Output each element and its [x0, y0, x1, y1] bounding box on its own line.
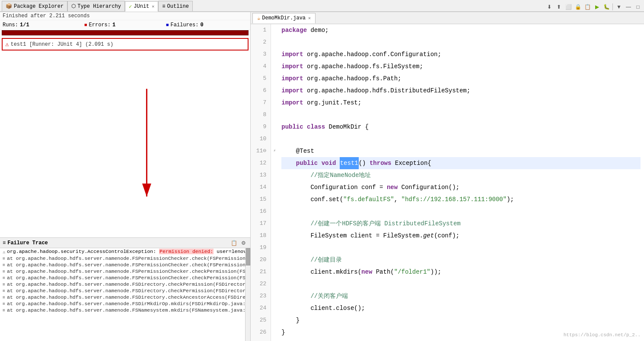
- maximize-button[interactable]: □: [634, 3, 642, 11]
- tab-outline[interactable]: ≡ Outline: [158, 1, 193, 11]
- gutter: ⚡: [271, 24, 278, 341]
- failure-line-1: ≡ at org.apache.hadoop.hdfs.server.namen…: [0, 255, 250, 262]
- line-num-1: ●1: [253, 24, 268, 36]
- tab-junit[interactable]: ✓ JUnit ✕: [125, 1, 158, 12]
- tab-package-explorer[interactable]: 📦 Package Explorer: [2, 1, 67, 11]
- gutter-24: [271, 302, 278, 314]
- line-num-17: ●17: [253, 218, 268, 230]
- gutter-18: [271, 230, 278, 242]
- code-line-5: import org.apache.hadoop.fs.Path;: [281, 73, 641, 85]
- failure-line-4: ≡ at org.apache.hadoop.hdfs.server.namen…: [0, 275, 250, 281]
- lock-button[interactable]: 🔒: [574, 3, 582, 11]
- failure-panel: ≡ Failure Trace 📋 ⚙ ⚠ org.apache.hadoop.…: [0, 237, 250, 341]
- line-num-19: ●19: [253, 242, 268, 254]
- copy-trace-button[interactable]: 📋: [230, 239, 238, 247]
- line-num-26: ●26: [253, 326, 268, 338]
- gutter-8: [271, 109, 278, 121]
- junit-icon: ✓: [129, 3, 132, 10]
- line-num-6: ●6: [253, 85, 268, 97]
- failure-line-0: ⚠ org.apache.hadoop.security.AccessContr…: [0, 248, 250, 255]
- scrollbar-track[interactable]: [245, 248, 250, 341]
- failure-line-9: ≡ at org.apache.hadoop.hdfs.server.namen…: [0, 307, 250, 313]
- line-num-21: ●21: [253, 266, 268, 278]
- line-num-23: ●23: [253, 290, 268, 302]
- failure-header-right: 📋 ⚙: [230, 239, 248, 247]
- gutter-16: [271, 205, 278, 218]
- code-line-13: //指定NameNode地址: [281, 169, 641, 181]
- line-num-2: ●2: [253, 36, 268, 48]
- line-num-20: ●20: [253, 254, 268, 266]
- tab-close-junit[interactable]: ✕: [152, 4, 154, 9]
- package-explorer-icon: 📦: [6, 3, 12, 9]
- line-num-27: ●27: [253, 338, 268, 341]
- main-tab-bar: 📦 Package Explorer ⬡ Type Hierarchy ✓ JU…: [0, 0, 644, 12]
- junit-status: Finished after 2.211 seconds: [0, 12, 250, 20]
- gutter-10: [271, 133, 278, 145]
- line-num-8: ●8: [253, 109, 268, 121]
- rerun-button[interactable]: ⬇: [545, 3, 554, 11]
- gutter-17: [271, 218, 278, 230]
- code-line-10: [281, 133, 641, 145]
- java-file-icon: ☕: [257, 15, 260, 22]
- minimize-button[interactable]: —: [624, 3, 633, 11]
- code-line-15: conf.set("fs.defaultFS", "hdfs://192.168…: [281, 193, 641, 205]
- code-line-24: client.close();: [281, 302, 641, 314]
- failure-line-icon-8: ≡: [3, 302, 5, 306]
- gutter-12: [271, 157, 278, 169]
- debug-button[interactable]: 🐛: [602, 3, 611, 11]
- line-num-10: ●10: [253, 133, 268, 145]
- stats-row: Runs: 1/1 ■ Errors: 1 ■ Failures: 0: [0, 20, 250, 30]
- failure-trace-icon: ≡: [3, 240, 6, 246]
- code-line-25: }: [281, 314, 641, 326]
- editor-tab-demomkdir[interactable]: ☕ DemoMkDir.java ✕: [252, 13, 316, 23]
- failure-line-icon-9: ≡: [3, 308, 5, 313]
- line-num-24: ●24: [253, 302, 268, 314]
- stop-button[interactable]: ⬜: [564, 3, 573, 11]
- test-item[interactable]: ⚠ test1 [Runner: JUnit 4] (2.091 s): [3, 40, 247, 49]
- code-line-11: @Test: [281, 145, 641, 157]
- line-num-18: ●18: [253, 230, 268, 242]
- test-list: ⚠ test1 [Runner: JUnit 4] (2.091 s): [2, 38, 249, 51]
- error-icon: ■: [84, 22, 87, 28]
- failure-line-icon-6: ≡: [3, 289, 5, 294]
- line-num-9: ●9: [253, 121, 268, 133]
- run-button[interactable]: ▶: [593, 3, 601, 11]
- code-line-21: client.mkdirs(new Path("/folder1"));: [281, 266, 641, 278]
- gutter-9: [271, 121, 278, 133]
- line-num-22: ●22: [253, 278, 268, 290]
- failure-line-icon-5: ≡: [3, 282, 5, 287]
- failure-line-icon-2: ≡: [3, 263, 5, 268]
- code-line-3: import org.apache.hadoop.conf.Configurat…: [281, 48, 641, 60]
- gutter-13: [271, 169, 278, 181]
- gutter-2: [271, 36, 278, 48]
- failures-stat: ■ Failures: 0: [166, 22, 248, 28]
- gutter-25: [271, 314, 278, 326]
- line-num-16: ●16: [253, 205, 268, 218]
- editor-tab-close[interactable]: ✕: [308, 16, 311, 21]
- code-line-8: [281, 109, 641, 121]
- rerun-failed-button[interactable]: ⬆: [555, 3, 563, 11]
- code-line-9: public class DemoMkDir {: [281, 121, 641, 133]
- gutter-27: [271, 338, 278, 341]
- runs-stat: Runs: 1/1: [3, 22, 84, 28]
- test-error-icon: ⚠: [5, 41, 9, 48]
- line-num-4: ●4: [253, 60, 268, 73]
- code-line-23: //关闭客户端: [281, 290, 641, 302]
- filter-trace-button[interactable]: ⚙: [239, 239, 248, 247]
- history-button[interactable]: 📋: [583, 3, 592, 11]
- code-line-20: //创建目录: [281, 254, 641, 266]
- gutter-21: [271, 266, 278, 278]
- failure-line-icon-7: ≡: [3, 295, 5, 300]
- code-line-2: [281, 36, 641, 48]
- failure-line-3: ≡ at org.apache.hadoop.hdfs.server.namen…: [0, 268, 250, 275]
- failure-line-2: ≡ at org.apache.hadoop.hdfs.server.namen…: [0, 262, 250, 268]
- code-line-4: import org.apache.hadoop.fs.FileSystem;: [281, 60, 641, 73]
- errors-stat: ■ Errors: 1: [84, 22, 166, 28]
- tab-type-hierarchy[interactable]: ⬡ Type Hierarchy: [67, 1, 125, 11]
- code-line-14: Configuration conf = new Configuration()…: [281, 181, 641, 193]
- scrollbar-thumb[interactable]: [246, 248, 250, 265]
- line-num-7: ●7: [253, 97, 268, 109]
- arrow-area: [0, 52, 250, 237]
- more-button[interactable]: ▼: [615, 3, 623, 11]
- failure-icon: ■: [166, 22, 169, 28]
